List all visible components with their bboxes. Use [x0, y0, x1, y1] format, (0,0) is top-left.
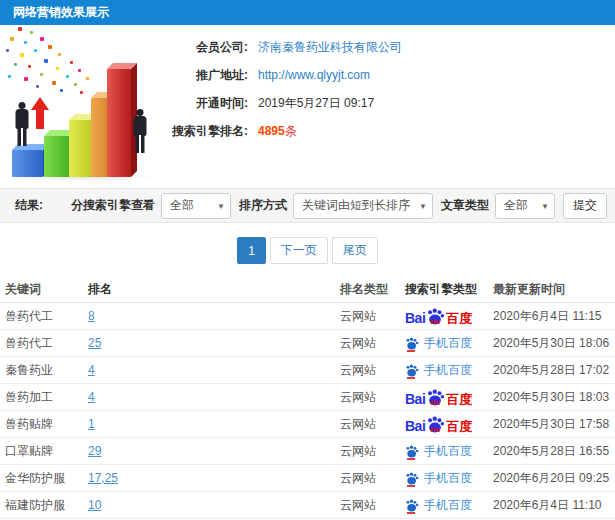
next-page-button[interactable]: 下一页	[270, 237, 328, 264]
submit-button[interactable]: 提交	[563, 193, 607, 219]
rank-link[interactable]: 10	[88, 498, 340, 512]
result-label: 结果:	[15, 197, 43, 214]
rank-link[interactable]: 29	[88, 444, 340, 458]
page-title: 网络营销效果展示	[0, 0, 615, 25]
open-time-label: 开通时间:	[168, 95, 248, 112]
growth-arrow-icon	[31, 97, 49, 129]
table-row: 兽药代工 25 云网站 Bai du 百度	[0, 330, 615, 357]
summary-section: 会员公司: 济南秦鲁药业科技有限公司 推广地址: http://www.qlyy…	[0, 25, 615, 188]
keyword-cell: 兽药代工	[5, 308, 88, 325]
article-type-label: 文章类型	[441, 197, 489, 214]
promo-url-label: 推广地址:	[168, 67, 248, 84]
keyword-cell: 兽药代工	[5, 335, 88, 352]
mobile-baidu-logo: 手机百度	[405, 335, 472, 352]
header-keyword: 关键词	[5, 281, 88, 298]
engine-cell: Bai du 百度	[405, 335, 493, 352]
growth-chart-illustration	[0, 25, 170, 183]
open-time-value: 2019年5月27日 09:17	[258, 95, 374, 112]
businessman-right	[131, 109, 149, 157]
company-link[interactable]: 济南秦鲁药业科技有限公司	[258, 39, 402, 56]
rank-type-cell: 云网站	[340, 362, 405, 379]
baidu-logo: Bai du 百度	[405, 308, 472, 325]
rank-type-cell: 云网站	[340, 443, 405, 460]
info-row-url: 推广地址: http://www.qlyyjt.com	[168, 61, 402, 89]
rank-type-cell: 云网站	[340, 416, 405, 433]
rank-link[interactable]: 8	[88, 309, 340, 323]
mobile-baidu-paw-icon	[405, 499, 419, 512]
engine-filter-select[interactable]: 全部 ▼	[161, 193, 231, 219]
header-rank: 排名	[88, 281, 340, 298]
keyword-cell: 兽药加工	[5, 389, 88, 406]
updated-time-cell: 2020年5月28日 16:55	[493, 443, 615, 460]
rank-link[interactable]: 25	[88, 336, 340, 350]
keyword-rank-table: 关键词 排名 排名类型 搜索引擎类型 最新更新时间 兽药代工 8 云网站 Bai	[0, 276, 615, 520]
info-row-company: 会员公司: 济南秦鲁药业科技有限公司	[168, 33, 402, 61]
mobile-baidu-logo: 手机百度	[405, 443, 472, 460]
table-row: 兽药贴牌 1 云网站 Bai du 百度	[0, 411, 615, 438]
rank-count-unit: 条	[285, 124, 297, 138]
engine-cell: Bai du 百度	[405, 443, 493, 460]
keyword-cell: 兽药贴牌	[5, 416, 88, 433]
chevron-down-icon: ▼	[419, 201, 427, 210]
mobile-baidu-logo: 手机百度	[405, 470, 472, 487]
header-updated-time: 最新更新时间	[493, 281, 615, 298]
sort-label: 排序方式	[239, 197, 287, 214]
mobile-baidu-logo: 手机百度	[405, 497, 472, 514]
engine-cell: Bai du 百度	[405, 389, 493, 406]
promo-url-link[interactable]: http://www.qlyyjt.com	[258, 68, 370, 82]
article-type-select[interactable]: 全部 ▼	[495, 193, 555, 219]
engine-cell: Bai du 百度	[405, 416, 493, 433]
baidu-logo: Bai du 百度	[405, 416, 472, 433]
baidu-logo: Bai du 百度	[405, 389, 472, 406]
updated-time-cell: 2020年6月20日 09:25	[493, 470, 615, 487]
rank-type-cell: 云网站	[340, 497, 405, 514]
rank-type-cell: 云网站	[340, 308, 405, 325]
engine-cell: Bai du 百度	[405, 362, 493, 379]
header-engine-type: 搜索引擎类型	[405, 281, 493, 298]
last-page-button[interactable]: 尾页	[332, 237, 378, 264]
table-row: 口罩贴牌 29 云网站 Bai du 百度	[0, 438, 615, 465]
mobile-baidu-logo: 手机百度	[405, 362, 472, 379]
mobile-baidu-paw-icon	[405, 472, 419, 485]
mobile-baidu-paw-icon	[405, 364, 419, 377]
rank-type-cell: 云网站	[340, 335, 405, 352]
engine-filter-label: 分搜索引擎查看	[71, 197, 155, 214]
table-row: 兽药代工 8 云网站 Bai du 百度	[0, 303, 615, 330]
updated-time-cell: 2020年6月4日 11:15	[493, 308, 615, 325]
pagination: 1 下一页 尾页	[0, 237, 615, 264]
filter-bar: 结果: 分搜索引擎查看 全部 ▼ 排序方式 关键词由短到长排序 ▼ 文章类型 全…	[0, 188, 615, 223]
table-row: 秦鲁药业 4 云网站 Bai du 百度	[0, 357, 615, 384]
table-row: 兽药加工 4 云网站 Bai du 百度	[0, 384, 615, 411]
rank-link[interactable]: 4	[88, 363, 340, 377]
member-info: 会员公司: 济南秦鲁药业科技有限公司 推广地址: http://www.qlyy…	[168, 33, 402, 145]
keyword-cell: 福建防护服	[5, 497, 88, 514]
updated-time-cell: 2020年5月28日 17:02	[493, 362, 615, 379]
rank-link[interactable]: 17,25	[88, 471, 340, 485]
keyword-cell: 秦鲁药业	[5, 362, 88, 379]
sort-select[interactable]: 关键词由短到长排序 ▼	[293, 193, 433, 219]
chart-bar-red	[107, 69, 131, 177]
mobile-baidu-paw-icon	[405, 445, 419, 458]
rank-count-label: 搜索引擎排名:	[168, 123, 248, 140]
updated-time-cell: 2020年5月30日 18:03	[493, 389, 615, 406]
header-rank-type: 排名类型	[340, 281, 405, 298]
keyword-cell: 金华防护服	[5, 470, 88, 487]
rank-link[interactable]: 4	[88, 390, 340, 404]
updated-time-cell: 2020年5月30日 18:06	[493, 335, 615, 352]
engine-cell: Bai du 百度	[405, 470, 493, 487]
updated-time-cell: 2020年6月4日 11:10	[493, 497, 615, 514]
chevron-down-icon: ▼	[217, 201, 225, 210]
rank-link[interactable]: 1	[88, 417, 340, 431]
table-header-row: 关键词 排名 排名类型 搜索引擎类型 最新更新时间	[0, 276, 615, 303]
chevron-down-icon: ▼	[541, 201, 549, 210]
info-row-open-time: 开通时间: 2019年5月27日 09:17	[168, 89, 402, 117]
engine-cell: Bai du 百度	[405, 497, 493, 514]
engine-cell: Bai du 百度	[405, 308, 493, 325]
mobile-baidu-paw-icon	[405, 337, 419, 350]
page-button-current[interactable]: 1	[237, 237, 266, 264]
rank-count-value: 4895	[258, 124, 285, 138]
keyword-cell: 口罩贴牌	[5, 443, 88, 460]
rank-type-cell: 云网站	[340, 470, 405, 487]
updated-time-cell: 2020年5月30日 17:58	[493, 416, 615, 433]
table-row: 福建防护服 10 云网站 Bai du 百度	[0, 492, 615, 519]
